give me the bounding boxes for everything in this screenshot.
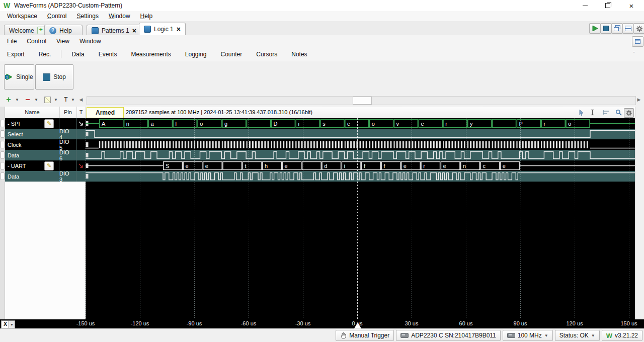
status-ok-button[interactable]: Status: OK ▼ <box>555 330 600 341</box>
logic-menu-file[interactable]: File <box>2 37 22 46</box>
horizontal-scrollbar[interactable] <box>87 96 636 105</box>
toolbar-counter[interactable]: Counter <box>214 51 250 58</box>
tab-welcome[interactable]: Welcome+ <box>4 25 50 36</box>
remove-channel-icon[interactable]: − <box>23 95 32 104</box>
toolbar-logging[interactable]: Logging <box>178 51 214 58</box>
add-channel-dropdown-icon[interactable]: ▼ <box>14 95 20 104</box>
t-column-header[interactable]: T <box>76 107 86 118</box>
tab-close-icon[interactable]: × <box>177 26 181 32</box>
tab-help[interactable]: ?Help <box>44 25 83 36</box>
menu-settings[interactable]: Settings <box>72 12 104 21</box>
clock-frequency-button[interactable]: 100 MHz ▼ <box>503 330 553 341</box>
device-button[interactable]: ADP2230 C SN:210417B9B011 <box>396 330 501 341</box>
new-workspace-icon[interactable]: + <box>37 27 45 34</box>
instrument-icon <box>92 27 99 34</box>
signal-pin[interactable] <box>59 118 76 129</box>
pin-column-header[interactable]: Pin <box>59 107 77 118</box>
tab-close-icon[interactable]: × <box>132 28 136 34</box>
toolbar-rec-[interactable]: Rec. <box>32 51 58 58</box>
signal-pin[interactable] <box>59 160 76 171</box>
svg-text:r: r <box>445 121 447 127</box>
tab-logic-1[interactable]: Logic 1× <box>139 23 186 36</box>
remove-channel-dropdown-icon[interactable]: ▼ <box>33 95 39 104</box>
instrument-icon <box>144 26 151 33</box>
signal-trigger-cell[interactable] <box>76 160 86 171</box>
cascade-windows-button[interactable] <box>611 23 623 34</box>
waveform-uart-data[interactable] <box>86 171 635 182</box>
signal-row-data-dio3: DataDIO 3 <box>0 171 644 182</box>
scrollbar-thumb[interactable] <box>353 97 372 105</box>
signal-edit-icon[interactable] <box>43 95 52 104</box>
svg-text:d: d <box>324 163 327 169</box>
logic-menu-control[interactable]: Control <box>22 37 51 46</box>
toolbar-export[interactable]: Export <box>0 51 32 58</box>
signal-trigger-cell[interactable] <box>76 171 86 182</box>
signal-name[interactable]: Data <box>5 171 59 182</box>
toolbar-measurements[interactable]: Measurements <box>124 51 178 58</box>
trigger-column-icon[interactable]: T <box>62 95 69 104</box>
stop-button[interactable]: Stop <box>35 64 73 90</box>
logic-menu-view[interactable]: View <box>51 37 74 46</box>
scroll-right-icon[interactable]: ▶ <box>636 95 642 104</box>
measure-mode-icon[interactable] <box>602 108 611 117</box>
stop-all-button[interactable] <box>600 23 612 34</box>
edit-protocol-pencil-icon[interactable]: ✎ <box>44 119 54 128</box>
toolbar-events[interactable]: Events <box>92 51 124 58</box>
signal-pin[interactable]: DIO 5 <box>59 139 76 150</box>
scroll-left-icon[interactable]: ◀ <box>78 95 84 104</box>
waveform-spi-clock[interactable] <box>86 139 635 150</box>
signal-edit-dropdown-icon[interactable]: ▼ <box>53 95 59 104</box>
signal-trigger-cell[interactable] <box>76 129 86 139</box>
version-button[interactable]: W v3.21.22 <box>602 330 642 341</box>
waveform-spi-data[interactable] <box>86 150 635 160</box>
signal-name[interactable]: Select <box>5 129 59 139</box>
name-column-header[interactable]: Name <box>5 107 60 118</box>
edit-protocol-pencil-icon[interactable]: ✎ <box>44 161 54 170</box>
logic-menu-window[interactable]: Window <box>74 37 106 46</box>
manual-trigger-button[interactable]: Manual Trigger <box>336 330 394 341</box>
toolbar-notes[interactable]: Notes <box>284 51 314 58</box>
toolbar-collapse-button[interactable]: - <box>633 48 635 55</box>
signal-pin[interactable]: DIO 6 <box>59 150 76 160</box>
capture-header: Name Pin T Armed 2097152 samples at 100 … <box>0 107 644 119</box>
plot-options-gear-icon[interactable] <box>624 108 634 118</box>
signal-trigger-cell[interactable] <box>76 139 86 150</box>
menu-help[interactable]: Help <box>135 12 158 21</box>
toolbar-cursors[interactable]: Cursors <box>249 51 284 58</box>
signal-pin[interactable]: DIO 3 <box>59 171 76 182</box>
undock-window-button[interactable] <box>632 36 643 47</box>
menu-window[interactable]: Window <box>104 12 135 21</box>
minimize-button[interactable] <box>575 0 595 11</box>
device-icon <box>400 333 409 338</box>
waveform-spi-decode[interactable]: AnalogDiscoveryPro <box>86 118 635 129</box>
run-all-button[interactable] <box>589 23 601 34</box>
x-axis-dropdown-icon[interactable]: ▼ <box>9 320 15 328</box>
pointer-mode-icon[interactable] <box>577 108 586 117</box>
options-gear-button[interactable] <box>633 23 644 34</box>
tab-patterns-1[interactable]: Patterns 1× <box>87 25 141 36</box>
zoom-mode-icon[interactable] <box>614 108 623 117</box>
toolbar-data[interactable]: Data <box>64 51 91 58</box>
tile-windows-button[interactable] <box>622 23 634 34</box>
waveform-spi-select[interactable] <box>86 129 635 139</box>
signal-pin[interactable]: DIO 4 <box>59 129 76 139</box>
signal-trigger-cell[interactable] <box>76 118 86 129</box>
trigger-column-dropdown-icon[interactable]: ▼ <box>70 95 76 104</box>
time-axis: X ▼ -150 us-120 us-90 us-60 us-30 us0 us… <box>0 319 644 328</box>
waveform-uart-decode[interactable]: Seethedifference <box>86 160 635 171</box>
single-button[interactable]: 1 Single <box>4 64 34 90</box>
time-tick-label: 30 us <box>405 320 419 326</box>
svg-text:y: y <box>470 121 473 127</box>
menu-control[interactable]: Control <box>42 12 72 21</box>
cursor-mode-icon[interactable] <box>588 108 597 117</box>
plot-area[interactable] <box>86 182 635 319</box>
menu-workspace[interactable]: Workspace <box>2 12 42 21</box>
restore-button[interactable] <box>598 0 618 11</box>
signal-trigger-cell[interactable] <box>76 150 86 160</box>
signal-name[interactable]: Data <box>5 150 59 160</box>
time-tick-label: 150 us <box>620 320 637 326</box>
signal-row-uart: - UART✎Seethedifference <box>0 160 644 171</box>
close-button[interactable]: × <box>621 0 641 11</box>
signal-name[interactable]: Clock <box>5 139 59 150</box>
add-channel-icon[interactable]: + <box>4 95 13 104</box>
